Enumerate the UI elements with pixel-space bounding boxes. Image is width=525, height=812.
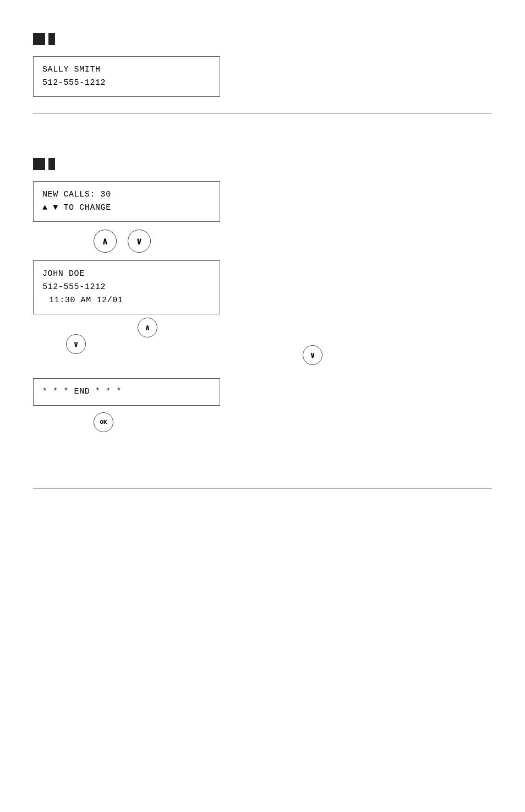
icon-bar-bottom [33, 158, 492, 170]
top-section: SALLY SMITH 512-555-1212 [33, 22, 492, 97]
square-icon-bottom [33, 158, 45, 170]
page: SALLY SMITH 512-555-1212 NEW CALLS: 30 ▲… [0, 0, 525, 812]
down-button-right[interactable]: ∨ [303, 345, 322, 365]
call-detail-box: JOHN DOE 512-555-1212 11:30 AM 12/01 [33, 260, 220, 314]
end-box: * * * END * * * [33, 378, 220, 406]
spacer-bottom [33, 439, 492, 472]
down-button-1[interactable]: ∨ [128, 230, 151, 253]
down-button-2[interactable]: ∨ [66, 334, 86, 354]
call-detail-line2: 512-555-1212 [42, 281, 211, 294]
call-detail-line3: 11:30 AM 12/01 [42, 294, 211, 307]
new-calls-line1: NEW CALLS: 30 [42, 188, 211, 201]
top-display-box: SALLY SMITH 512-555-1212 [33, 56, 220, 97]
rect-icon-top [48, 33, 55, 45]
end-box-line1: * * * END * * * [42, 385, 211, 399]
new-calls-line2: ▲ ▼ TO CHANGE [42, 201, 211, 215]
divider-top [33, 113, 492, 114]
nav-buttons-first: ∧ ∨ [94, 230, 492, 253]
ok-button[interactable]: OK [94, 412, 113, 432]
top-display-line1: SALLY SMITH [42, 63, 211, 77]
new-calls-box: NEW CALLS: 30 ▲ ▼ TO CHANGE [33, 181, 220, 222]
icon-bar-top [33, 33, 492, 45]
top-display-line2: 512-555-1212 [42, 77, 211, 90]
rect-icon-bottom [48, 158, 55, 170]
bottom-section: NEW CALLS: 30 ▲ ▼ TO CHANGE ∧ ∨ JOHN DOE… [33, 130, 492, 432]
up-button-1[interactable]: ∧ [94, 230, 117, 253]
nav-buttons-second-container: ∧ ∨ ∨ [33, 318, 363, 362]
call-detail-line1: JOHN DOE [42, 268, 211, 281]
divider-bottom [33, 488, 492, 489]
up-button-2[interactable]: ∧ [138, 318, 157, 337]
spacer1 [33, 136, 492, 158]
square-icon-top [33, 33, 45, 45]
